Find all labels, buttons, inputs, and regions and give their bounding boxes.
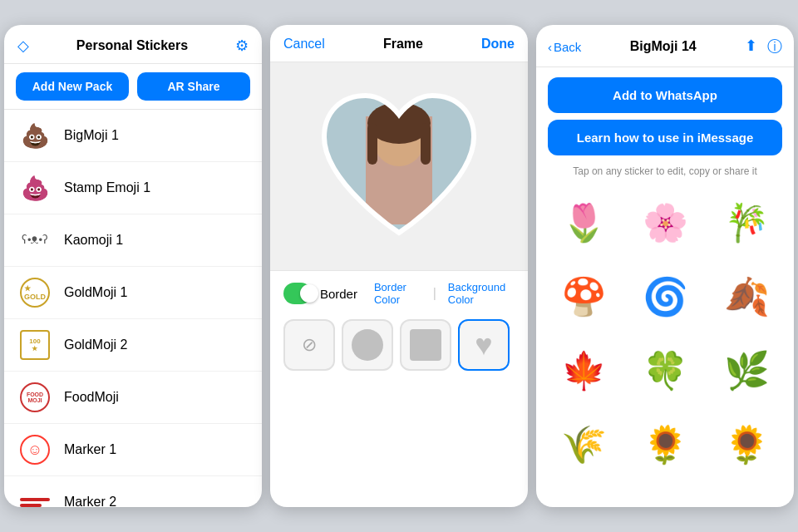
sticker-grid: 🌷 🌸 🎋 🍄 🌀 🍂 🍁 🍀 🌿 🌾 🌻 🌻 🌺 🌹 🌸 <box>536 184 794 466</box>
heart-svg <box>316 87 482 254</box>
left-header: ◇ Personal Stickers ⚙ <box>4 25 262 64</box>
middle-screen: Cancel Frame Done <box>270 25 528 507</box>
svg-rect-4 <box>367 123 377 165</box>
slash-icon: ⊘ <box>302 334 317 356</box>
left-screen: ◇ Personal Stickers ⚙ Add New Pack AR Sh… <box>4 25 262 507</box>
sticker-cell[interactable]: 🎋 <box>707 187 786 258</box>
sticker-cell[interactable]: 🌻 <box>626 409 704 466</box>
tap-hint: Tap on any sticker to edit, copy or shar… <box>536 162 794 184</box>
sticker-cell[interactable]: 🌸 <box>626 187 704 258</box>
border-label: Border <box>320 287 357 301</box>
add-new-pack-button[interactable]: Add New Pack <box>16 72 129 101</box>
gold-badge-2: 100★ <box>20 330 50 360</box>
sticker-thumb-stamp1: 💩 <box>17 170 52 205</box>
sticker-name: BigMoji 1 <box>64 128 119 143</box>
share-icon[interactable]: ⬆ <box>745 37 757 57</box>
gear-icon[interactable]: ⚙ <box>235 37 249 55</box>
sticker-thumb-marker1: ☺ <box>17 432 52 467</box>
list-item[interactable]: 💩 BigMoji 1 <box>4 110 262 162</box>
shape-options: ⊘ ♥ <box>270 313 528 381</box>
right-icons: ⬆ ⓘ <box>745 37 782 57</box>
sticker-list: 💩 BigMoji 1 💩 Stamp Emoji 1 ʕ•ᴥ•ʔ Kaomoj… <box>4 110 262 507</box>
sticker-cell[interactable]: 🍀 <box>626 335 704 406</box>
right-title: BigMoji 14 <box>630 39 697 54</box>
list-item[interactable]: ʕ•ᴥ•ʔ Kaomoji 1 <box>4 214 262 267</box>
shape-circle-option[interactable] <box>342 319 393 371</box>
list-item[interactable]: 100★ GoldMoji 2 <box>4 319 262 372</box>
border-row: Border Border Color | Background Color <box>283 281 515 306</box>
square-shape <box>410 329 441 361</box>
sticker-thumb-foodmoji: FOODMOJI <box>17 380 52 415</box>
background-color-button[interactable]: Background Color <box>448 281 515 306</box>
heart-icon: ♥ <box>475 328 492 362</box>
learn-imessage-button[interactable]: Learn how to use in iMessage <box>548 120 782 155</box>
sticker-name: GoldMoji 2 <box>64 337 127 352</box>
right-header: ‹ Back BigMoji 14 ⬆ ⓘ <box>536 25 794 67</box>
shape-none-option[interactable]: ⊘ <box>283 319 335 371</box>
sticker-name: Marker 2 <box>64 495 116 507</box>
sticker-name: GoldMoji 1 <box>64 285 127 300</box>
info-icon[interactable]: ⓘ <box>767 37 782 57</box>
done-button[interactable]: Done <box>481 37 515 52</box>
sticker-thumb-goldmoji2: 100★ <box>17 328 52 362</box>
sticker-cell[interactable]: 🌾 <box>544 409 623 466</box>
sticker-name: Marker 1 <box>64 442 116 457</box>
sticker-thumb-marker2 <box>17 485 52 507</box>
border-color-button[interactable]: Border Color <box>374 281 421 306</box>
sticker-cell[interactable]: 🌷 <box>544 187 623 258</box>
back-label: Back <box>554 40 581 54</box>
chevron-left-icon: ‹ <box>548 40 552 54</box>
left-title: Personal Stickers <box>76 38 188 53</box>
sticker-cell[interactable]: 🍄 <box>544 261 623 332</box>
border-controls: Border Border Color | Background Color <box>270 270 528 313</box>
mid-header: Cancel Frame Done <box>270 25 528 62</box>
list-item[interactable]: ☺ Marker 1 <box>4 424 262 476</box>
left-buttons: Add New Pack AR Share <box>4 64 262 110</box>
shape-heart-option[interactable]: ♥ <box>458 319 510 371</box>
sticker-cell[interactable]: 🍁 <box>544 335 623 406</box>
marker2-lines <box>20 498 50 507</box>
frame-preview-area <box>270 62 528 270</box>
right-screen: ‹ Back BigMoji 14 ⬆ ⓘ Add to WhatsApp Le… <box>536 25 794 507</box>
back-button[interactable]: ‹ Back <box>548 40 581 54</box>
frame-title: Frame <box>383 37 423 52</box>
circle-shape <box>352 329 383 361</box>
gold-badge-1: ★GOLD <box>20 278 50 308</box>
sticker-cell[interactable]: 🌿 <box>707 335 786 406</box>
toggle-knob <box>300 284 318 303</box>
list-item[interactable]: Marker 2 <box>4 476 262 507</box>
sticker-cell[interactable]: 🌻 <box>707 409 786 466</box>
screens-container: ◇ Personal Stickers ⚙ Add New Pack AR Sh… <box>0 0 798 532</box>
sticker-thumb-kaomoji: ʕ•ᴥ•ʔ <box>17 223 52 258</box>
food-stamp: FOODMOJI <box>20 382 50 412</box>
shape-square-option[interactable] <box>400 319 451 371</box>
marker1-icon: ☺ <box>20 435 50 465</box>
cancel-button[interactable]: Cancel <box>283 37 325 52</box>
list-item[interactable]: FOODMOJI FoodMoji <box>4 372 262 424</box>
add-to-whatsapp-button[interactable]: Add to WhatsApp <box>548 77 782 113</box>
list-item[interactable]: 💩 Stamp Emoji 1 <box>4 162 262 214</box>
svg-rect-5 <box>421 123 431 165</box>
sticker-thumb-bigmoji1: 💩 <box>17 118 52 153</box>
list-item[interactable]: ★GOLD GoldMoji 1 <box>4 267 262 319</box>
heart-frame <box>316 87 482 254</box>
border-toggle[interactable] <box>283 283 312 304</box>
sticker-cell[interactable]: 🍂 <box>707 261 786 332</box>
sticker-name: FoodMoji <box>64 390 119 405</box>
sticker-name: Kaomoji 1 <box>64 233 123 248</box>
ar-share-button[interactable]: AR Share <box>137 72 250 101</box>
diamond-icon: ◇ <box>17 37 29 55</box>
sticker-thumb-goldmoji1: ★GOLD <box>17 275 52 310</box>
sticker-cell[interactable]: 🌀 <box>626 261 704 332</box>
sticker-name: Stamp Emoji 1 <box>64 180 150 195</box>
